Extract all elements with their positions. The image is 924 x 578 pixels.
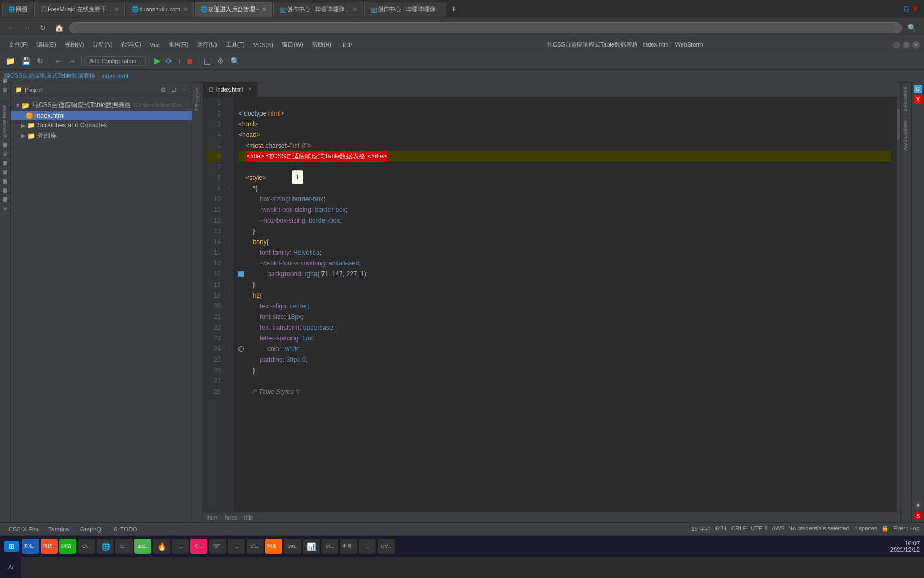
- menu-navigate[interactable]: 导航(N): [88, 39, 117, 50]
- back-nav-btn[interactable]: ←: [52, 55, 65, 67]
- editor-tab-close[interactable]: ✕: [248, 86, 252, 92]
- favorites-label[interactable]: 2-Favorites: [901, 82, 911, 116]
- refresh-button[interactable]: ↻: [36, 22, 49, 34]
- pause-btn[interactable]: ⏸: [914, 501, 922, 509]
- status-event-log[interactable]: Event Log: [893, 525, 920, 533]
- taskbar-icon-ali[interactable]: 阿里..: [265, 539, 282, 554]
- menu-view[interactable]: 视图(V): [60, 39, 89, 50]
- taskbar-icon-misc[interactable]: ...: [172, 539, 189, 554]
- menu-vue[interactable]: Vue: [145, 40, 164, 50]
- nav-label-order-list[interactable]: 订单列表: [0, 174, 10, 183]
- taskbar-icon-misc3[interactable]: ...: [359, 539, 376, 554]
- nav-label-table[interactable]: 表: [0, 138, 10, 147]
- sync-btn[interactable]: ↻: [34, 55, 46, 67]
- menu-help[interactable]: 帮助(H): [307, 39, 336, 50]
- status-tab-todo[interactable]: 6: TODO: [110, 525, 142, 534]
- s-icon-btn[interactable]: S: [914, 512, 922, 520]
- run-btn[interactable]: ▶: [152, 55, 163, 67]
- editor-tab-index[interactable]: ◻ index.html ✕: [203, 82, 258, 97]
- ws-minimize-btn[interactable]: ─: [893, 41, 900, 49]
- back-button[interactable]: ←: [4, 22, 18, 34]
- nav-label-wxuser[interactable]: wxusertwose: [0, 101, 10, 138]
- taskbar-icon-misc2[interactable]: ...: [228, 539, 245, 554]
- stop-btn[interactable]: ◼: [184, 56, 195, 66]
- taskbar-icon-browser[interactable]: 🌐: [97, 539, 114, 554]
- gutter-4[interactable]: ◦: [225, 130, 233, 140]
- browser-tab-5[interactable]: 📺 创作中心 - 哔哩哔哩弹...: [364, 2, 446, 17]
- taskbar-icon-c2[interactable]: C...: [116, 539, 133, 554]
- menu-file[interactable]: 文件(F): [4, 39, 32, 50]
- taskbar-icon-c4[interactable]: C\...: [321, 539, 338, 554]
- status-tab-css-xfire[interactable]: CSS-X-Fire: [4, 525, 43, 534]
- taskbar-icon-li[interactable]: 李哥..: [340, 539, 357, 554]
- nav-label-orders[interactable]: 订单表: [0, 92, 10, 101]
- home-button[interactable]: 🏠: [51, 22, 67, 34]
- tab-close-1[interactable]: ✕: [114, 6, 119, 12]
- nav-label-payment[interactable]: 管理网站支付: [0, 201, 10, 210]
- code-area[interactable]: <!doctype html> <html> <head> <meta char…: [233, 97, 896, 512]
- add-configuration-btn[interactable]: Add Configuration...: [84, 56, 146, 66]
- breadcrumb-project[interactable]: 纯CSS自适应响应式Table数据表格: [4, 72, 95, 80]
- nav-label-misc[interactable]: 务: [0, 210, 10, 219]
- browser-tab-1[interactable]: 🎵 FreeMusic-在线免费下... ✕: [34, 2, 125, 17]
- tab-close-3[interactable]: ✕: [262, 6, 266, 12]
- taskbar-icon-c1[interactable]: C\...: [78, 539, 95, 554]
- search-button[interactable]: 🔍: [904, 22, 920, 34]
- save-btn[interactable]: 💾: [19, 55, 33, 67]
- coverage-btn[interactable]: ◱: [201, 55, 213, 67]
- reload-btn[interactable]: ⟳: [164, 56, 174, 66]
- taskbar-icon-chun[interactable]: 纯C..: [209, 539, 226, 554]
- status-tab-terminal[interactable]: Terminal: [44, 525, 75, 534]
- taskbar-icon-tokuai[interactable]: 特快..: [41, 539, 58, 554]
- editor-scrollbar[interactable]: [896, 97, 900, 512]
- browser-tab-4[interactable]: 📺 创作中心 - 哔哩哔哩弹... ✕: [273, 2, 363, 17]
- forward-nav-btn[interactable]: →: [66, 55, 79, 67]
- menu-tools[interactable]: 工具(T): [221, 39, 249, 50]
- taskbar-icon-fire[interactable]: 🔥: [153, 539, 170, 554]
- gutter-24[interactable]: ◦: [225, 344, 233, 354]
- browser-tab-2[interactable]: 🌐 duanshuilu.com ✕: [126, 2, 194, 17]
- ws-maximize-btn[interactable]: □: [903, 41, 910, 49]
- panel-sync-btn[interactable]: ⇄: [170, 85, 179, 95]
- browser-tab-3[interactable]: 🌐 欢迎进入后台管理~ ✕: [195, 2, 272, 17]
- menu-code[interactable]: 代码(C): [117, 39, 145, 50]
- taskbar-icon-msg[interactable]: 消信..: [59, 539, 76, 554]
- menu-hcp[interactable]: HCP: [336, 40, 357, 50]
- tab-close-2[interactable]: ✕: [183, 6, 188, 12]
- menu-window[interactable]: 窗口(W): [278, 39, 307, 50]
- nav-label-address[interactable]: 管理地址表: [0, 183, 10, 192]
- gutter-19[interactable]: ◦: [225, 290, 233, 301]
- browser-tab-0[interactable]: 🌐 网图: [2, 2, 33, 17]
- tab-close-4[interactable]: ✕: [353, 6, 357, 12]
- menu-edit[interactable]: 编辑(E): [32, 39, 60, 50]
- tree-root-folder[interactable]: ▼ 📂 纯CSS自适应响应式Table数据表格 C:\Users\lenovo\…: [11, 100, 192, 111]
- update-btn[interactable]: ↑: [175, 56, 183, 66]
- nav-label-clients[interactable]: 客户管理系统: [0, 82, 10, 92]
- taskbar-icon-chart[interactable]: 📊: [303, 539, 320, 554]
- nav-label-product-category[interactable]: 商品分类表: [0, 165, 10, 174]
- new-tab-button[interactable]: +: [448, 3, 460, 16]
- nav-label-order-admin[interactable]: 管理订单单: [0, 192, 10, 201]
- address-bar[interactable]: [69, 22, 902, 33]
- menu-refactor[interactable]: 重构(R): [164, 39, 192, 50]
- forward-button[interactable]: →: [20, 22, 34, 34]
- taskbar-icon-welcome[interactable]: 欢迎..: [22, 539, 39, 554]
- taskbar-icon-two[interactable]: two..: [284, 539, 301, 554]
- gutter-14[interactable]: ◦: [225, 237, 233, 247]
- taskbar-icon-360[interactable]: 360..: [134, 539, 151, 554]
- taskbar-icon-shield[interactable]: 🛡..: [190, 539, 207, 554]
- profiler-btn[interactable]: ⚙: [214, 55, 227, 67]
- os-start-btn[interactable]: ⊞: [4, 541, 19, 552]
- status-tab-graphql[interactable]: GraphQL: [76, 525, 109, 534]
- aws-explorer-label[interactable]: AWS Explorer: [901, 116, 911, 155]
- scrollbar-thumb[interactable]: [897, 108, 900, 140]
- tree-file-index[interactable]: 🟠 index.html: [11, 111, 192, 120]
- ws-close-btn[interactable]: ✕: [912, 41, 920, 49]
- gutter-9[interactable]: ◦: [225, 183, 233, 194]
- z-structure-label[interactable]: Z-Structure: [192, 82, 203, 116]
- menu-vcs[interactable]: VCS(S): [249, 40, 278, 50]
- tree-scratches-folder[interactable]: ▶ 📁 Scratches and Consoles: [11, 120, 192, 130]
- menu-run[interactable]: 运行(U): [192, 39, 221, 50]
- nav-label-recommend[interactable]: 商品推荐: [0, 147, 10, 156]
- search-everywhere-btn[interactable]: 🔍: [228, 55, 242, 67]
